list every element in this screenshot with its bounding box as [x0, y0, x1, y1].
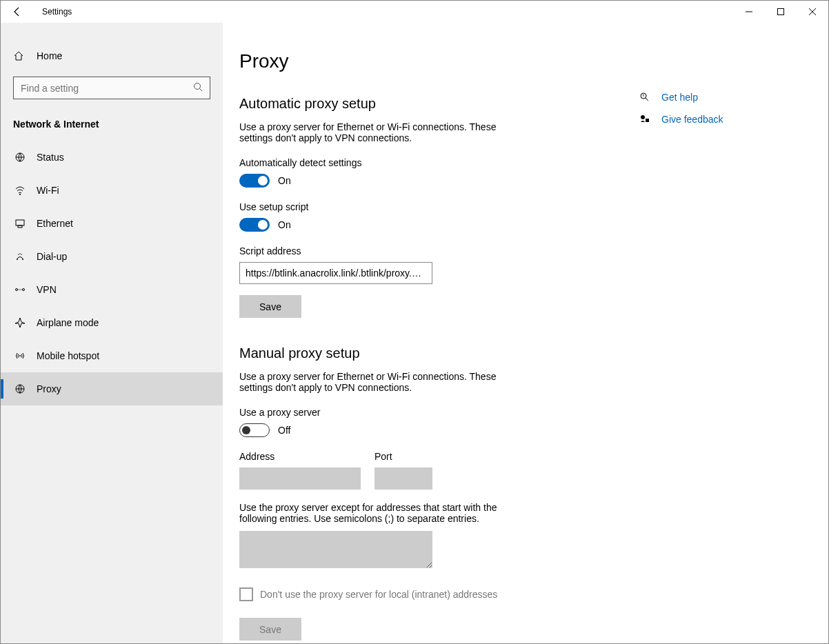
svg-rect-1 [778, 9, 784, 15]
vpn-icon [13, 284, 27, 295]
auto-detect-label: Automatically detect settings [239, 157, 626, 168]
svg-point-14 [21, 254, 21, 254]
hotspot-icon [13, 350, 27, 361]
auto-desc: Use a proxy server for Ethernet or Wi-Fi… [239, 121, 529, 143]
svg-point-11 [22, 259, 23, 260]
ethernet-icon [13, 218, 27, 229]
titlebar: Settings [1, 1, 828, 23]
airplane-icon [13, 317, 27, 328]
home-nav[interactable]: Home [1, 42, 223, 70]
sidebar-item-label: Proxy [37, 383, 61, 394]
script-address-label: Script address [239, 245, 626, 256]
svg-line-5 [200, 88, 203, 91]
manual-desc: Use a proxy server for Ethernet or Wi-Fi… [239, 371, 529, 393]
main-content: Proxy Automatic proxy setup Use a proxy … [223, 23, 828, 643]
svg-point-15 [16, 289, 18, 291]
close-button[interactable] [797, 1, 828, 23]
sidebar-item-label: Wi-Fi [37, 185, 59, 196]
maximize-button[interactable] [765, 1, 797, 23]
svg-text:?: ? [642, 94, 645, 98]
svg-rect-8 [16, 220, 24, 225]
help-icon: ? [639, 92, 653, 103]
local-checkbox [239, 587, 253, 601]
manual-save-button: Save [239, 618, 301, 641]
proxy-icon [13, 383, 27, 394]
dialup-icon [13, 251, 27, 262]
address-label: Address [239, 451, 361, 462]
back-button[interactable] [1, 6, 34, 17]
minimize-button[interactable] [733, 1, 765, 23]
svg-point-13 [19, 253, 20, 254]
svg-point-7 [19, 194, 21, 195]
local-label: Don't use the proxy server for local (in… [260, 589, 497, 600]
window-title: Settings [34, 7, 72, 17]
auto-heading: Automatic proxy setup [239, 96, 626, 112]
sidebar-item-label: Ethernet [37, 218, 73, 229]
wifi-icon [13, 185, 27, 196]
except-desc: Use the proxy server except for addresse… [239, 502, 529, 524]
get-help-row[interactable]: ? Get help [639, 92, 723, 103]
auto-save-button[interactable]: Save [239, 295, 301, 318]
sidebar-item-label: VPN [37, 284, 57, 295]
get-help-link[interactable]: Get help [661, 92, 698, 103]
sidebar-item-proxy[interactable]: Proxy [1, 372, 223, 405]
script-toggle-label: Use setup script [239, 201, 626, 212]
sidebar-item-label: Status [37, 152, 64, 163]
search-input-wrap[interactable] [13, 77, 210, 99]
svg-point-22 [641, 115, 645, 119]
sidebar-item-label: Mobile hotspot [37, 350, 99, 361]
sidebar: Home Network & Internet Status Wi [1, 23, 223, 643]
sidebar-item-dialup[interactable]: Dial-up [1, 240, 223, 273]
sidebar-item-hotspot[interactable]: Mobile hotspot [1, 339, 223, 372]
port-input [374, 467, 432, 490]
status-icon [13, 152, 27, 163]
svg-rect-23 [646, 119, 649, 122]
use-proxy-toggle[interactable] [239, 423, 270, 437]
manual-heading: Manual proxy setup [239, 345, 626, 361]
script-address-input[interactable] [239, 262, 432, 284]
svg-rect-9 [18, 225, 22, 228]
feedback-link[interactable]: Give feedback [661, 114, 723, 125]
home-label: Home [37, 50, 62, 61]
sidebar-item-label: Airplane mode [37, 317, 99, 328]
auto-detect-toggle[interactable] [239, 174, 270, 188]
feedback-icon [639, 114, 653, 125]
svg-point-12 [18, 254, 19, 254]
svg-point-16 [23, 289, 25, 291]
svg-point-10 [17, 259, 18, 260]
search-icon [193, 82, 203, 94]
svg-point-18 [19, 355, 21, 356]
page-title: Proxy [239, 50, 801, 72]
sidebar-item-wifi[interactable]: Wi-Fi [1, 174, 223, 207]
svg-point-4 [194, 83, 201, 89]
search-input[interactable] [21, 83, 193, 94]
script-toggle[interactable] [239, 218, 270, 232]
script-toggle-state: On [278, 219, 291, 230]
use-proxy-state: Off [278, 425, 290, 436]
sidebar-item-airplane[interactable]: Airplane mode [1, 306, 223, 339]
feedback-row[interactable]: Give feedback [639, 114, 723, 125]
auto-detect-state: On [278, 175, 291, 186]
sidebar-item-vpn[interactable]: VPN [1, 273, 223, 306]
sidebar-item-status[interactable]: Status [1, 141, 223, 174]
except-input [239, 531, 432, 568]
address-input [239, 467, 361, 490]
category-heading: Network & Internet [1, 106, 223, 137]
sidebar-item-label: Dial-up [37, 251, 67, 262]
home-icon [13, 50, 27, 61]
sidebar-item-ethernet[interactable]: Ethernet [1, 207, 223, 240]
port-label: Port [374, 451, 432, 462]
use-proxy-label: Use a proxy server [239, 407, 626, 418]
